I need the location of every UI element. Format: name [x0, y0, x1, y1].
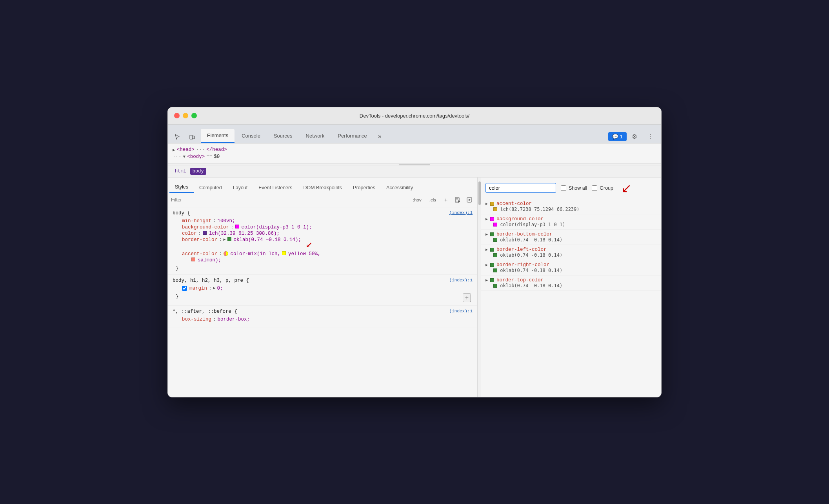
accent-color-value-swatch[interactable] — [493, 207, 497, 211]
tab-styles[interactable]: Styles — [169, 182, 194, 193]
breadcrumb: html body — [168, 165, 661, 178]
margin-checkbox[interactable] — [182, 286, 187, 291]
new-rule-icon[interactable] — [453, 195, 462, 205]
window-title: DevTools - developer.chrome.com/tags/dev… — [360, 113, 469, 119]
dom-line-head: ▶ <head> ··· </head> — [173, 147, 656, 152]
computed-item-border-top-color: ▶ border-top-color oklab(0.74 -0.18 0.14… — [481, 276, 661, 291]
left-panel: Styles Computed Layout Event Listeners D… — [168, 178, 478, 397]
tab-event-listeners[interactable]: Event Listeners — [253, 183, 298, 193]
css-selector-body: body { — [173, 210, 190, 216]
show-all-option[interactable]: Show all — [561, 185, 587, 191]
devtools-window: DevTools - developer.chrome.com/tags/dev… — [167, 107, 662, 397]
add-property-button[interactable]: + — [463, 294, 471, 302]
dom-panel: ▶ <head> ··· </head> ··· ▼ <body> == $0 — [168, 143, 661, 164]
breadcrumb-html[interactable]: html — [173, 168, 189, 175]
tab-computed[interactable]: Computed — [194, 183, 227, 193]
bg-color-computed-swatch[interactable] — [490, 217, 494, 221]
device-toggle-icon[interactable] — [186, 131, 198, 143]
tab-dom-breakpoints[interactable]: DOM Breakpoints — [298, 183, 347, 193]
settings-icon[interactable]: ⚙ — [628, 131, 641, 143]
play-icon[interactable] — [465, 195, 474, 205]
hov-button[interactable]: :hov — [410, 196, 424, 203]
yellow-swatch[interactable] — [282, 251, 286, 255]
css-prop-min-height: min-height : 100vh; — [182, 218, 473, 224]
close-button[interactable] — [174, 113, 180, 118]
show-all-checkbox[interactable] — [561, 185, 566, 191]
margin-triangle[interactable]: ▶ — [213, 286, 216, 290]
border-color-swatch[interactable] — [227, 237, 231, 241]
cursor-icon[interactable] — [171, 131, 184, 143]
right-panel: Show all Group ↙ ▶ accent-color — [481, 178, 661, 397]
computed-expand-accent[interactable]: ▶ — [485, 201, 488, 206]
css-rule-body-headings-props: margin : ▶ 0; — [173, 283, 473, 294]
border-bottom-swatch[interactable] — [490, 232, 494, 236]
tab-sources[interactable]: Sources — [267, 129, 299, 143]
cls-button[interactable]: .cls — [427, 196, 439, 203]
computed-expand-bg[interactable]: ▶ — [485, 217, 488, 221]
computed-search-bar: Show all Group ↙ — [481, 178, 661, 199]
computed-search-input[interactable] — [485, 183, 556, 193]
css-source-body: (index):1 — [449, 210, 473, 215]
css-rule-body-props: min-height : 100vh; background-color : c… — [173, 216, 473, 265]
accent-color-computed-swatch[interactable] — [490, 202, 494, 206]
border-top-swatch[interactable] — [490, 278, 494, 282]
computed-item-accent-color: ▶ accent-color lch(82.7238 75.1294 66.22… — [481, 199, 661, 214]
tab-layout[interactable]: Layout — [227, 183, 253, 193]
annotation-arrow-1: ↙ — [306, 237, 313, 250]
css-source-link[interactable]: (index):1 — [449, 210, 473, 215]
notifications-button[interactable]: 💬 1 — [608, 132, 627, 141]
more-tabs-button[interactable]: » — [374, 130, 385, 143]
annotation-arrow-2: ↙ — [621, 181, 632, 196]
bg-color-value-swatch[interactable] — [493, 223, 497, 227]
maximize-button[interactable] — [191, 113, 197, 118]
computed-expand-border-left[interactable]: ▶ — [485, 247, 488, 252]
dom-triangle-body[interactable]: ▼ — [183, 154, 186, 159]
group-option[interactable]: Group — [592, 185, 613, 191]
css-prop-background-color: background-color : color(display-p3 1 0 … — [182, 225, 473, 230]
color-swatch[interactable] — [203, 231, 207, 235]
css-prop-accent-color: accent-color : color-mix(in lch, yellow … — [182, 251, 473, 257]
tab-console[interactable]: Console — [235, 129, 267, 143]
computed-item-background-color: ▶ background-color color(display-p3 1 0 … — [481, 214, 661, 230]
border-top-value-swatch[interactable] — [493, 284, 497, 288]
background-color-swatch[interactable] — [235, 225, 239, 228]
css-selector-universal: *, ::after, ::before { — [173, 309, 237, 314]
dom-line-body: ··· ▼ <body> == $0 — [173, 154, 656, 160]
scrollbar-thumb — [478, 181, 481, 205]
add-rule-icon[interactable]: + — [441, 195, 451, 205]
tab-elements[interactable]: Elements — [201, 129, 235, 143]
css-rule-universal-header: *, ::after, ::before { (index):1 — [173, 309, 473, 314]
tab-network[interactable]: Network — [300, 129, 331, 143]
computed-expand-border-top[interactable]: ▶ — [485, 278, 488, 283]
computed-expand-border-right[interactable]: ▶ — [485, 263, 488, 267]
filter-bar: :hov .cls + — [168, 193, 477, 207]
border-left-swatch[interactable] — [490, 248, 494, 252]
more-options-icon[interactable]: ⋮ — [644, 131, 656, 143]
css-selector-body-headings: body, h1, h2, h3, p, pre { — [173, 278, 249, 283]
css-prop-box-sizing: box-sizing : border-box; — [182, 317, 473, 322]
border-left-value-swatch[interactable] — [493, 253, 497, 257]
border-right-value-swatch[interactable] — [493, 268, 497, 272]
border-right-swatch[interactable] — [490, 263, 494, 267]
main-scrollbar[interactable] — [478, 178, 481, 397]
computed-list: ▶ accent-color lch(82.7238 75.1294 66.22… — [481, 199, 661, 397]
computed-expand-border-bottom[interactable]: ▶ — [485, 232, 488, 237]
css-rules-panel: body { (index):1 min-height : 100vh; bac… — [168, 207, 477, 397]
filter-input[interactable] — [171, 197, 408, 203]
border-bottom-value-swatch[interactable] — [493, 238, 497, 242]
dom-triangle-head[interactable]: ▶ — [173, 147, 175, 152]
css-rule-universal-props: box-sizing : border-box; — [173, 314, 473, 325]
devtools-tab-bar: Elements Console Sources Network Perform… — [168, 125, 661, 143]
salmon-swatch[interactable] — [191, 257, 195, 261]
border-color-triangle[interactable]: ▶ — [224, 237, 226, 242]
css-source-link2[interactable]: (index):1 — [449, 278, 473, 283]
tab-performance[interactable]: Performance — [331, 129, 373, 143]
css-source-link3[interactable]: (index):1 — [449, 309, 473, 314]
tab-accessibility[interactable]: Accessibility — [381, 183, 418, 193]
minimize-button[interactable] — [183, 113, 188, 118]
breadcrumb-body[interactable]: body — [190, 168, 206, 175]
css-rule-universal: *, ::after, ::before { (index):1 box-siz… — [168, 306, 477, 328]
tab-properties[interactable]: Properties — [347, 183, 381, 193]
accent-color-swatch[interactable] — [224, 251, 228, 256]
group-checkbox[interactable] — [592, 185, 597, 191]
